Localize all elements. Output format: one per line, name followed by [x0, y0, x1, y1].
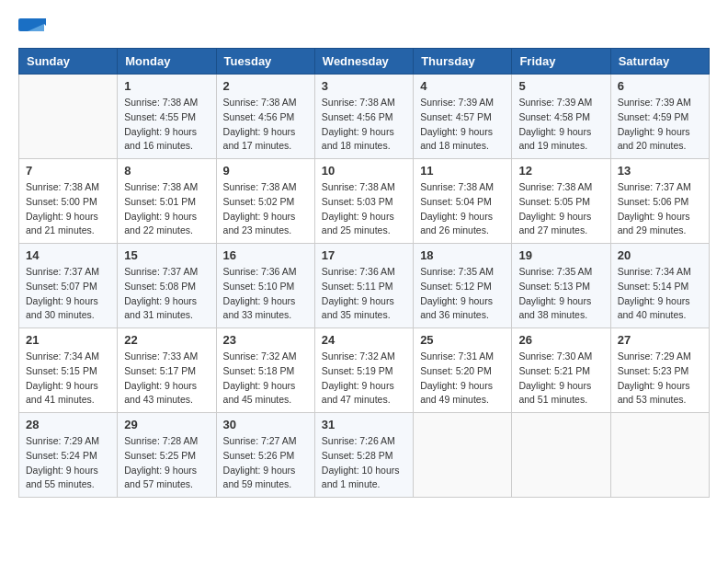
calendar-cell: 27Sunrise: 7:29 AMSunset: 5:23 PMDayligh…: [610, 328, 709, 413]
calendar-cell: [19, 75, 118, 159]
day-info: Sunrise: 7:36 AMSunset: 5:11 PMDaylight:…: [322, 265, 406, 323]
day-number: 24: [322, 333, 406, 347]
calendar-cell: [414, 413, 512, 498]
day-info: Sunrise: 7:38 AMSunset: 4:56 PMDaylight:…: [322, 96, 406, 154]
day-info: Sunrise: 7:37 AMSunset: 5:08 PMDaylight:…: [124, 265, 209, 323]
calendar-cell: 24Sunrise: 7:32 AMSunset: 5:19 PMDayligh…: [314, 328, 413, 413]
day-number: 13: [618, 164, 702, 178]
day-info: Sunrise: 7:39 AMSunset: 4:57 PMDaylight:…: [420, 96, 505, 154]
calendar-cell: 1Sunrise: 7:38 AMSunset: 4:55 PMDaylight…: [118, 75, 216, 159]
day-info: Sunrise: 7:35 AMSunset: 5:12 PMDaylight:…: [420, 265, 505, 323]
calendar-table: SundayMondayTuesdayWednesdayThursdayFrid…: [18, 48, 710, 498]
calendar-week-row: 14Sunrise: 7:37 AMSunset: 5:07 PMDayligh…: [19, 244, 710, 328]
calendar-cell: 16Sunrise: 7:36 AMSunset: 5:10 PMDayligh…: [216, 244, 314, 328]
calendar-cell: 20Sunrise: 7:34 AMSunset: 5:14 PMDayligh…: [610, 244, 709, 328]
calendar-cell: 2Sunrise: 7:38 AMSunset: 4:56 PMDaylight…: [216, 75, 314, 159]
calendar-cell: 14Sunrise: 7:37 AMSunset: 5:07 PMDayligh…: [19, 244, 118, 328]
calendar-cell: 21Sunrise: 7:34 AMSunset: 5:15 PMDayligh…: [19, 328, 118, 413]
day-number: 15: [124, 248, 209, 262]
day-info: Sunrise: 7:29 AMSunset: 5:24 PMDaylight:…: [26, 434, 110, 492]
calendar-cell: 17Sunrise: 7:36 AMSunset: 5:11 PMDayligh…: [314, 244, 413, 328]
day-number: 21: [26, 333, 110, 347]
day-info: Sunrise: 7:30 AMSunset: 5:21 PMDaylight:…: [518, 350, 603, 408]
weekday-header-row: SundayMondayTuesdayWednesdayThursdayFrid…: [19, 49, 710, 75]
day-number: 2: [223, 79, 308, 93]
day-number: 14: [26, 248, 110, 262]
day-number: 28: [26, 418, 110, 431]
day-info: Sunrise: 7:34 AMSunset: 5:15 PMDaylight:…: [26, 350, 110, 408]
weekday-header-wednesday: Wednesday: [314, 49, 413, 75]
calendar-cell: 10Sunrise: 7:38 AMSunset: 5:03 PMDayligh…: [314, 159, 413, 244]
day-number: 6: [618, 79, 702, 93]
day-number: 4: [420, 79, 505, 93]
calendar-cell: 5Sunrise: 7:39 AMSunset: 4:58 PMDaylight…: [512, 75, 610, 159]
calendar-cell: 7Sunrise: 7:38 AMSunset: 5:00 PMDaylight…: [19, 159, 118, 244]
day-number: 22: [124, 333, 209, 347]
day-info: Sunrise: 7:38 AMSunset: 5:05 PMDaylight:…: [518, 180, 603, 238]
day-number: 18: [420, 248, 505, 262]
day-info: Sunrise: 7:39 AMSunset: 4:59 PMDaylight:…: [618, 96, 702, 154]
calendar-cell: 8Sunrise: 7:38 AMSunset: 5:01 PMDaylight…: [118, 159, 216, 244]
day-info: Sunrise: 7:28 AMSunset: 5:25 PMDaylight:…: [124, 434, 209, 492]
calendar-cell: 26Sunrise: 7:30 AMSunset: 5:21 PMDayligh…: [512, 328, 610, 413]
day-number: 11: [420, 164, 505, 178]
day-number: 29: [124, 418, 209, 431]
day-info: Sunrise: 7:38 AMSunset: 5:02 PMDaylight:…: [223, 180, 308, 238]
day-number: 31: [322, 418, 406, 431]
day-info: Sunrise: 7:32 AMSunset: 5:19 PMDaylight:…: [322, 350, 406, 408]
day-info: Sunrise: 7:37 AMSunset: 5:07 PMDaylight:…: [26, 265, 110, 323]
calendar-week-row: 7Sunrise: 7:38 AMSunset: 5:00 PMDaylight…: [19, 159, 710, 244]
weekday-header-saturday: Saturday: [610, 49, 709, 75]
calendar-cell: 28Sunrise: 7:29 AMSunset: 5:24 PMDayligh…: [19, 413, 118, 498]
calendar-cell: [610, 413, 709, 498]
day-info: Sunrise: 7:36 AMSunset: 5:10 PMDaylight:…: [223, 265, 308, 323]
day-info: Sunrise: 7:38 AMSunset: 5:03 PMDaylight:…: [322, 180, 406, 238]
day-number: 17: [322, 248, 406, 262]
day-info: Sunrise: 7:27 AMSunset: 5:26 PMDaylight:…: [223, 434, 308, 492]
calendar-cell: 15Sunrise: 7:37 AMSunset: 5:08 PMDayligh…: [118, 244, 216, 328]
day-info: Sunrise: 7:38 AMSunset: 5:00 PMDaylight:…: [26, 180, 110, 238]
day-number: 20: [618, 248, 702, 262]
day-info: Sunrise: 7:31 AMSunset: 5:20 PMDaylight:…: [420, 350, 505, 408]
day-info: Sunrise: 7:38 AMSunset: 4:55 PMDaylight:…: [124, 96, 209, 154]
day-info: Sunrise: 7:38 AMSunset: 5:04 PMDaylight:…: [420, 180, 505, 238]
day-info: Sunrise: 7:32 AMSunset: 5:18 PMDaylight:…: [223, 350, 308, 408]
calendar-cell: 22Sunrise: 7:33 AMSunset: 5:17 PMDayligh…: [118, 328, 216, 413]
weekday-header-tuesday: Tuesday: [216, 49, 314, 75]
calendar-cell: 19Sunrise: 7:35 AMSunset: 5:13 PMDayligh…: [512, 244, 610, 328]
day-info: Sunrise: 7:33 AMSunset: 5:17 PMDaylight:…: [124, 350, 209, 408]
day-info: Sunrise: 7:29 AMSunset: 5:23 PMDaylight:…: [618, 350, 702, 408]
day-number: 25: [420, 333, 505, 347]
calendar-cell: 25Sunrise: 7:31 AMSunset: 5:20 PMDayligh…: [414, 328, 512, 413]
calendar-cell: 12Sunrise: 7:38 AMSunset: 5:05 PMDayligh…: [512, 159, 610, 244]
weekday-header-sunday: Sunday: [19, 49, 118, 75]
day-number: 26: [518, 333, 603, 347]
logo: [18, 18, 50, 39]
day-info: Sunrise: 7:37 AMSunset: 5:06 PMDaylight:…: [618, 180, 702, 238]
day-number: 7: [26, 164, 110, 178]
calendar-week-row: 1Sunrise: 7:38 AMSunset: 4:55 PMDaylight…: [19, 75, 710, 159]
day-info: Sunrise: 7:39 AMSunset: 4:58 PMDaylight:…: [518, 96, 603, 154]
day-info: Sunrise: 7:34 AMSunset: 5:14 PMDaylight:…: [618, 265, 702, 323]
calendar-cell: 3Sunrise: 7:38 AMSunset: 4:56 PMDaylight…: [314, 75, 413, 159]
page-header: [18, 18, 710, 39]
day-info: Sunrise: 7:35 AMSunset: 5:13 PMDaylight:…: [518, 265, 603, 323]
day-number: 19: [518, 248, 603, 262]
day-number: 3: [322, 79, 406, 93]
calendar-cell: 9Sunrise: 7:38 AMSunset: 5:02 PMDaylight…: [216, 159, 314, 244]
calendar-cell: 31Sunrise: 7:26 AMSunset: 5:28 PMDayligh…: [314, 413, 413, 498]
calendar-week-row: 28Sunrise: 7:29 AMSunset: 5:24 PMDayligh…: [19, 413, 710, 498]
calendar-cell: 23Sunrise: 7:32 AMSunset: 5:18 PMDayligh…: [216, 328, 314, 413]
logo-icon: [18, 18, 46, 39]
day-number: 9: [223, 164, 308, 178]
day-info: Sunrise: 7:38 AMSunset: 4:56 PMDaylight:…: [223, 96, 308, 154]
calendar-cell: 13Sunrise: 7:37 AMSunset: 5:06 PMDayligh…: [610, 159, 709, 244]
day-number: 1: [124, 79, 209, 93]
day-number: 5: [518, 79, 603, 93]
day-number: 23: [223, 333, 308, 347]
day-number: 16: [223, 248, 308, 262]
calendar-cell: 6Sunrise: 7:39 AMSunset: 4:59 PMDaylight…: [610, 75, 709, 159]
calendar-cell: 30Sunrise: 7:27 AMSunset: 5:26 PMDayligh…: [216, 413, 314, 498]
weekday-header-thursday: Thursday: [414, 49, 512, 75]
calendar-cell: 4Sunrise: 7:39 AMSunset: 4:57 PMDaylight…: [414, 75, 512, 159]
